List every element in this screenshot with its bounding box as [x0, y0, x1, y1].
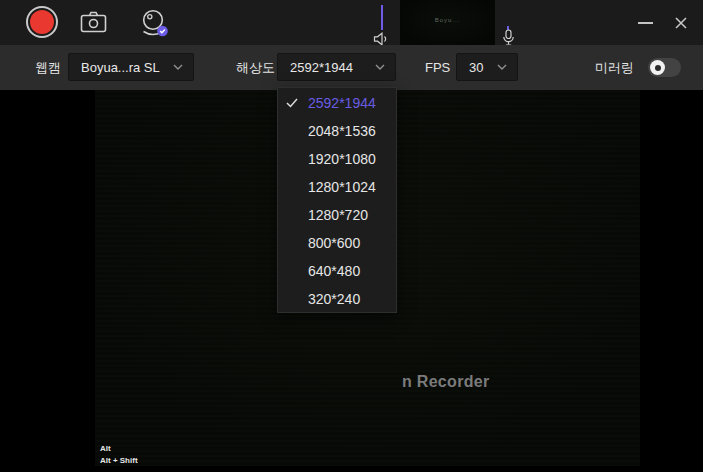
- webcam-label: 웹캠: [35, 45, 61, 90]
- audio-level-meter: [381, 5, 383, 30]
- menu-item-label: 320*240: [308, 291, 360, 307]
- menu-item-resolution[interactable]: 640*480: [278, 257, 396, 285]
- close-button[interactable]: [660, 0, 702, 45]
- resolution-select-value: 2592*1944: [290, 60, 353, 75]
- check-icon: [286, 98, 298, 108]
- titlebar: Boyu...: [0, 0, 703, 45]
- menu-item-resolution[interactable]: 2592*1944: [278, 89, 396, 117]
- video-thumbnail[interactable]: Boyu...: [400, 0, 495, 45]
- webcam-select[interactable]: Boyua...ra SL: [68, 53, 194, 81]
- chevron-down-icon: [173, 64, 183, 70]
- chevron-down-icon: [497, 64, 507, 70]
- menu-item-label: 1280*1024: [308, 179, 376, 195]
- fps-label: FPS: [425, 45, 450, 90]
- app-window: Boyu... 웹캠 Boyua...ra SL 해상도: [0, 0, 703, 472]
- menu-item-resolution[interactable]: 1920*1080: [278, 145, 396, 173]
- speaker-icon: [373, 32, 390, 46]
- thumbnail-caption: Boyu...: [400, 17, 495, 23]
- menu-item-resolution[interactable]: 320*240: [278, 285, 396, 313]
- menu-item-label: 2048*1536: [308, 123, 376, 139]
- hotkey-line-1: Alt: [100, 443, 138, 455]
- menu-item-resolution[interactable]: 1280*720: [278, 201, 396, 229]
- fps-select[interactable]: 30: [456, 53, 518, 81]
- menu-item-label: 640*480: [308, 263, 360, 279]
- camera-icon: [80, 11, 107, 33]
- fps-select-value: 30: [469, 60, 483, 75]
- menu-item-label: 2592*1944: [308, 95, 376, 111]
- watermark-text: n Recorder: [402, 373, 489, 391]
- minimize-icon: [638, 22, 653, 24]
- menu-item-resolution[interactable]: 1280*1024: [278, 173, 396, 201]
- menu-item-label: 1280*720: [308, 207, 368, 223]
- mirror-label: 미러링: [595, 45, 634, 90]
- menu-item-resolution[interactable]: 800*600: [278, 229, 396, 257]
- close-icon: [674, 16, 688, 30]
- menu-item-label: 1920*1080: [308, 151, 376, 167]
- mirror-toggle-knob: [650, 60, 665, 75]
- webcam-select-value: Boyua...ra SL: [81, 60, 160, 75]
- settings-toolbar: 웹캠 Boyua...ra SL 해상도 2592*1944 FPS 30 미러…: [0, 45, 703, 90]
- webcam-icon: [139, 8, 171, 38]
- resolution-select[interactable]: 2592*1944: [277, 53, 396, 81]
- menu-item-resolution[interactable]: 2048*1536: [278, 117, 396, 145]
- chevron-down-icon: [375, 64, 385, 70]
- hotkey-line-2: Alt + Shift: [100, 455, 138, 467]
- snapshot-button[interactable]: [78, 10, 108, 34]
- webcam-button[interactable]: [138, 8, 172, 38]
- hotkey-hints: Alt Alt + Shift: [100, 443, 138, 467]
- mirror-toggle[interactable]: [648, 58, 681, 77]
- resolution-label: 해상도: [236, 45, 275, 90]
- resolution-dropdown-menu: 2592*1944 2048*1536 1920*1080 1280*1024 …: [277, 87, 397, 313]
- speaker-button[interactable]: [371, 31, 391, 46]
- menu-item-label: 800*600: [308, 235, 360, 251]
- record-button[interactable]: [26, 6, 58, 38]
- record-icon: [30, 10, 54, 34]
